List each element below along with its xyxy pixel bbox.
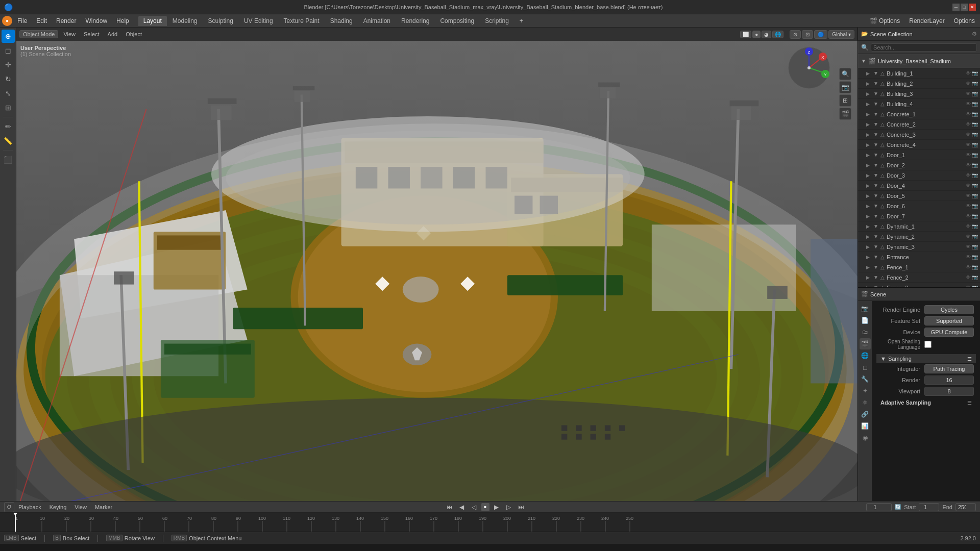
outliner-item[interactable]: ▶ ▼ △ Door_3 👁 📷: [858, 170, 980, 181]
renderlayer-selector[interactable]: RenderLayer: [906, 16, 947, 26]
outliner-item[interactable]: ▶ ▼ △ Door_6 👁 📷: [858, 201, 980, 211]
prop-object-btn[interactable]: ◻: [860, 362, 871, 373]
prev-frame-btn[interactable]: ◀: [457, 502, 467, 512]
prop-particles-btn[interactable]: ✦: [860, 385, 871, 396]
next-frame-btn[interactable]: ▷: [504, 502, 514, 512]
prop-output-btn[interactable]: 📄: [860, 315, 871, 326]
select-menu-btn[interactable]: Select: [81, 31, 103, 38]
render-icon[interactable]: 📷: [972, 101, 978, 107]
play-btn[interactable]: ▶: [492, 502, 502, 512]
outliner-item[interactable]: ▶ ▼ △ Building_3 👁 📷: [858, 89, 980, 99]
maximize-button[interactable]: □: [961, 4, 968, 11]
render-icon[interactable]: 📷: [972, 223, 978, 229]
visibility-icon[interactable]: 👁: [966, 234, 971, 239]
render-icon[interactable]: 📷: [972, 285, 978, 287]
transform-orientations[interactable]: Global ▾: [828, 30, 854, 39]
render-icon[interactable]: 📷: [972, 142, 978, 147]
annotate-tool[interactable]: ✏: [2, 120, 15, 133]
outliner-item[interactable]: ▶ ▼ △ Door_4 👁 📷: [858, 181, 980, 191]
prop-render-btn[interactable]: 📷: [860, 303, 871, 314]
cursor-tool[interactable]: ⊕: [2, 30, 15, 43]
end-frame-input[interactable]: [955, 503, 976, 511]
visibility-icon[interactable]: 👁: [966, 193, 971, 198]
zoom-in-btn[interactable]: 🔍: [839, 68, 851, 80]
render-icon[interactable]: 📷: [972, 274, 978, 280]
object-mode-dropdown[interactable]: Object Mode: [19, 30, 58, 38]
outliner-item[interactable]: ▶ ▼ △ Building_4 👁 📷: [858, 99, 980, 109]
add-cube-tool[interactable]: ⬛: [2, 153, 15, 166]
render-icon[interactable]: 📷: [972, 132, 978, 137]
render-engine-value[interactable]: Cycles: [924, 305, 974, 314]
outliner-item[interactable]: ▶ ▼ △ Dynamic_1 👁 📷: [858, 221, 980, 232]
viewport[interactable]: Object Mode View Select Add Object ⬜ ● ◕…: [16, 28, 857, 501]
outliner-item[interactable]: ▶ ▼ △ Fence_3 👁 📷: [858, 283, 980, 287]
stadium-scene[interactable]: [16, 28, 857, 501]
prop-material-btn[interactable]: ◉: [860, 432, 871, 443]
outliner-item[interactable]: ▶ ▼ △ Concrete_4 👁 📷: [858, 140, 980, 150]
close-button[interactable]: ✕: [969, 4, 976, 11]
scene-collection-header[interactable]: ▼ 🎬 University_Baseball_Stadium: [858, 54, 980, 68]
tab-sculpting[interactable]: Sculpting: [203, 16, 238, 26]
prop-view-layer-btn[interactable]: 🗂: [860, 327, 871, 338]
outliner-item[interactable]: ▶ ▼ △ Fence_2 👁 📷: [858, 272, 980, 283]
playback-menu[interactable]: Playback: [18, 504, 41, 510]
render-icon[interactable]: 📷: [972, 81, 978, 86]
render-icon[interactable]: 📷: [972, 264, 978, 270]
jump-end-btn[interactable]: ⏭: [516, 502, 526, 512]
outliner-item[interactable]: ▶ ▼ △ Door_1 👁 📷: [858, 150, 980, 160]
open-shading-checkbox[interactable]: [924, 341, 932, 348]
outliner-item[interactable]: ▶ ▼ △ Door_7 👁 📷: [858, 211, 980, 221]
grid-btn[interactable]: ⊞: [839, 94, 851, 107]
outliner-item[interactable]: ▶ ▼ △ Door_2 👁 📷: [858, 160, 980, 170]
timeline-editor-icon[interactable]: ⏱: [4, 502, 14, 512]
visibility-icon[interactable]: 👁: [966, 244, 971, 249]
view-menu-btn[interactable]: View: [60, 31, 79, 38]
visibility-icon[interactable]: 👁: [966, 91, 971, 96]
move-tool[interactable]: ✛: [2, 58, 15, 71]
outliner-item[interactable]: ▶ ▼ △ Dynamic_2 👁 📷: [858, 232, 980, 242]
render-icon[interactable]: 📷: [972, 162, 978, 168]
scene-btn[interactable]: 🎬: [839, 108, 851, 120]
visibility-icon[interactable]: 👁: [966, 274, 971, 280]
keying-menu[interactable]: Keying: [50, 504, 67, 510]
camera-btn[interactable]: 📷: [839, 81, 851, 93]
visibility-icon[interactable]: 👁: [966, 70, 971, 76]
snap-btn[interactable]: 🔵: [814, 30, 827, 39]
device-value[interactable]: GPU Compute: [924, 328, 974, 337]
visibility-icon[interactable]: 👁: [966, 142, 971, 147]
feature-set-value[interactable]: Supported: [924, 316, 974, 325]
visibility-icon[interactable]: 👁: [966, 132, 971, 137]
scene-selector[interactable]: 🎬 Options: [867, 16, 903, 26]
visibility-icon[interactable]: 👁: [966, 152, 971, 158]
render-icon[interactable]: 📷: [972, 254, 978, 260]
outliner-item[interactable]: ▶ ▼ △ Concrete_3 👁 📷: [858, 130, 980, 140]
render-icon[interactable]: 📷: [972, 172, 978, 178]
prop-data-btn[interactable]: 📊: [860, 420, 871, 432]
outliner-item[interactable]: ▶ ▼ △ Dynamic_3 👁 📷: [858, 242, 980, 252]
minimize-button[interactable]: ─: [952, 4, 960, 11]
transform-tool[interactable]: ⊞: [2, 101, 15, 114]
outliner-item[interactable]: ▶ ▼ △ Door_5 👁 📷: [858, 191, 980, 201]
scale-tool[interactable]: ⤡: [2, 87, 15, 100]
object-menu-btn[interactable]: Object: [122, 31, 145, 38]
stop-btn[interactable]: ■: [481, 503, 489, 511]
visibility-icon[interactable]: 👁: [966, 213, 971, 219]
tab-shading[interactable]: Shading: [325, 16, 358, 26]
render-icon[interactable]: 📷: [972, 213, 978, 219]
rotate-tool[interactable]: ↻: [2, 72, 15, 86]
visibility-icon[interactable]: 👁: [966, 111, 971, 117]
tab-layout[interactable]: Layout: [138, 16, 167, 26]
timeline-track[interactable]: 1 10 20 30 40 50 60 70 80: [0, 513, 980, 532]
current-frame-input[interactable]: [866, 503, 892, 511]
add-menu-btn[interactable]: Add: [105, 31, 121, 38]
wireframe-btn[interactable]: ⬜: [740, 31, 751, 38]
visibility-icon[interactable]: 👁: [966, 162, 971, 168]
outliner-search-input[interactable]: [871, 43, 977, 52]
visibility-icon[interactable]: 👁: [966, 121, 971, 127]
visibility-icon[interactable]: 👁: [966, 285, 971, 287]
visibility-icon[interactable]: 👁: [966, 81, 971, 86]
tab-texture-paint[interactable]: Texture Paint: [279, 16, 325, 26]
outliner-item[interactable]: ▶ ▼ △ Concrete_2 👁 📷: [858, 119, 980, 130]
window-controls[interactable]: ─ □ ✕: [952, 4, 976, 11]
integrator-value[interactable]: Path Tracing: [924, 364, 974, 373]
